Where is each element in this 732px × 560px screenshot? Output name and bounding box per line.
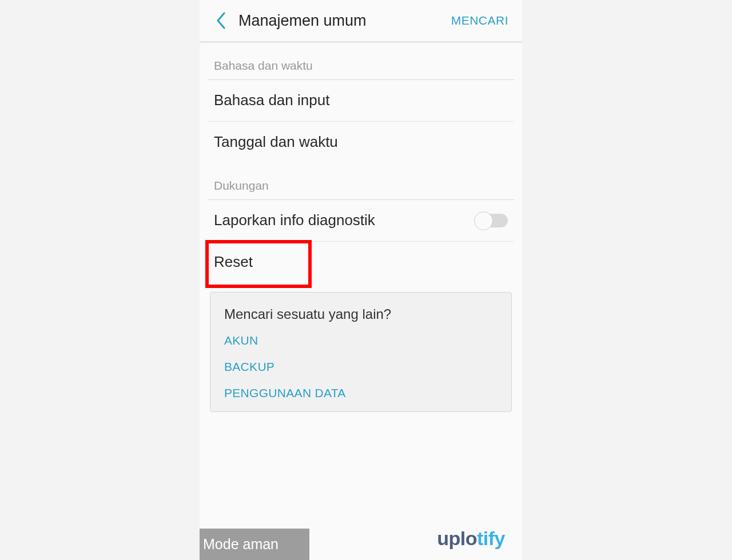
- row-label: Tanggal dan waktu: [214, 133, 508, 151]
- diagnostic-toggle[interactable]: [475, 214, 508, 227]
- card-link-data-usage[interactable]: PENGGUNAAN DATA: [224, 386, 498, 400]
- page-title: Manajemen umum: [238, 12, 451, 30]
- watermark-part2: tify: [477, 527, 505, 549]
- settings-general-management-screen: Manajemen umum MENCARI Bahasa dan waktu …: [200, 0, 522, 560]
- safe-mode-badge: Mode aman: [200, 529, 309, 560]
- watermark-logo: uplotify: [437, 527, 505, 550]
- watermark-part1: uplo: [437, 527, 477, 549]
- card-link-backup[interactable]: BACKUP: [224, 360, 498, 374]
- header-bar: Manajemen umum MENCARI: [200, 0, 522, 43]
- search-button[interactable]: MENCARI: [451, 14, 508, 27]
- section-label-language-time: Bahasa dan waktu: [200, 43, 522, 79]
- back-icon[interactable]: [210, 9, 233, 32]
- section-label-support: Dukungan: [200, 163, 522, 199]
- row-label: Laporkan info diagnostik: [214, 211, 475, 229]
- row-label: Bahasa dan input: [214, 91, 508, 109]
- row-diagnostic-report[interactable]: Laporkan info diagnostik: [200, 200, 522, 241]
- card-title: Mencari sesuatu yang lain?: [224, 306, 498, 322]
- row-date-time[interactable]: Tanggal dan waktu: [200, 122, 522, 163]
- looking-for-card: Mencari sesuatu yang lain? AKUN BACKUP P…: [210, 292, 512, 412]
- row-language-input[interactable]: Bahasa dan input: [200, 80, 522, 121]
- row-label: Reset: [214, 253, 508, 271]
- row-reset[interactable]: Reset: [200, 242, 522, 283]
- card-link-akun[interactable]: AKUN: [224, 334, 498, 347]
